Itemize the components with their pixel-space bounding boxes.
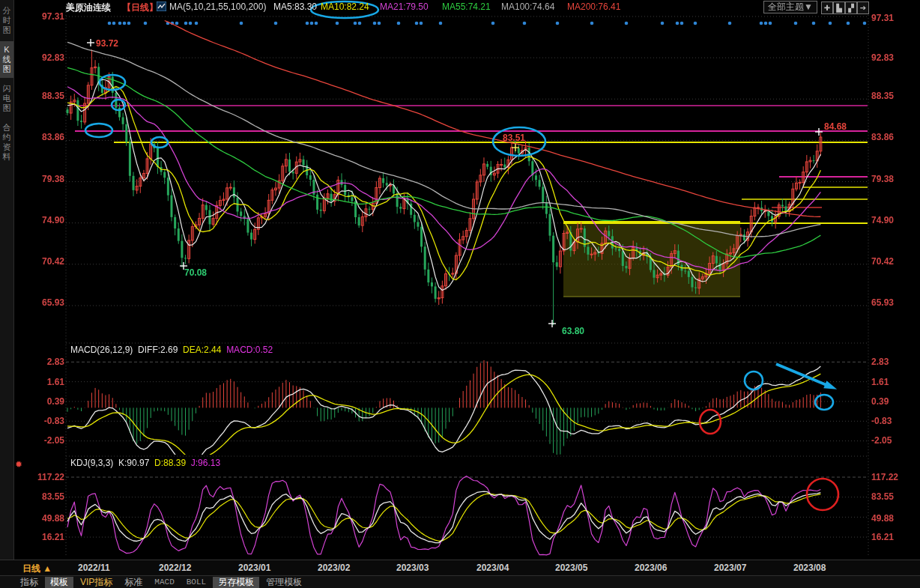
sidebar-item-flash[interactable]: 闪电图 (0, 80, 13, 117)
price-tick: 92.83 (871, 52, 894, 63)
month-label: 2023/02 (318, 563, 350, 573)
price-tick: 74.90 (18, 215, 64, 225)
price-tick: 88.35 (18, 91, 64, 101)
month-label: 2023/08 (793, 563, 826, 573)
annotation-aug-high: 84.68 (824, 121, 847, 132)
month-label: 2023/03 (396, 563, 429, 573)
price-tick: 83.86 (18, 132, 64, 142)
price-tick: 65.93 (871, 297, 894, 308)
tab-template[interactable]: 模板 (45, 577, 73, 588)
header: 美原油连续 【日线】 MA(5,10,21,55,100,200) MA5:83… (15, 0, 920, 14)
ma5-value: MA5:83.30 (273, 1, 317, 12)
price-tick: 79.38 (871, 174, 894, 184)
price-tick: 65.93 (18, 297, 64, 308)
price-tick: 70.42 (18, 256, 64, 267)
macd-header[interactable]: MACD(26,12,9) DIFF:2.69 DEA:2.44 MACD:0.… (70, 345, 273, 355)
kdj-tick: 83.55 (18, 491, 64, 502)
sidebar-item-timeshare[interactable]: 分时图 (0, 2, 13, 39)
price-tick: 92.83 (18, 52, 64, 63)
ma55-value: MA55:74.21 (442, 1, 491, 12)
tab-boll[interactable]: BOLL (181, 577, 211, 588)
ma200-value: MA200:76.41 (567, 1, 620, 12)
sidebar-item-contract-info[interactable]: 合约资料 (0, 119, 13, 166)
macd-tick: 0.39 (18, 396, 64, 407)
macd-tick: -0.83 (871, 416, 892, 426)
pan-icon[interactable]: ✚ (821, 1, 833, 14)
tab-vip-indicator[interactable]: VIP指标 (75, 577, 118, 588)
scale-right-icon[interactable]: ▞ (845, 1, 857, 14)
kdj-tick: 117.22 (18, 472, 64, 482)
kdj-tick: 16.21 (18, 532, 64, 542)
kdj-tick: 49.88 (18, 513, 64, 524)
macd-dea: DEA:2.44 (183, 345, 221, 355)
kdj-tick: 16.21 (871, 532, 894, 542)
tab-indicator[interactable]: 指标 (15, 577, 43, 588)
month-label: 2023/07 (714, 563, 746, 573)
sidebar: 分时图 K线图 闪电图 合约资料 (0, 0, 14, 560)
tab-save-template[interactable]: 另存模板 (213, 577, 259, 588)
price-tick: 74.90 (871, 215, 894, 225)
kdj-k: K:90.97 (118, 458, 149, 468)
period-selector[interactable]: 日线 ▲ (22, 563, 52, 575)
scale-left-icon[interactable]: ▙ (833, 1, 845, 14)
macd-tick: -0.83 (18, 416, 64, 426)
month-label: 2023/01 (238, 563, 270, 573)
tab-standard[interactable]: 标准 (119, 577, 148, 588)
chart-canvas[interactable] (0, 0, 920, 588)
macd-tick: 1.61 (871, 377, 889, 387)
macd-tick: 0.39 (871, 396, 889, 407)
instrument-title: 美原油连续 (66, 1, 111, 14)
macd-diff: DIFF:2.69 (138, 345, 178, 355)
month-label: 2022/11 (78, 563, 110, 573)
price-tick: 79.38 (18, 174, 64, 184)
kdj-j: J:96.13 (191, 458, 220, 468)
month-label: 2022/12 (159, 563, 191, 573)
kline-app: 分时图 K线图 闪电图 合约资料 美原油连续 【日线】 MA(5,10,21,5… (0, 0, 920, 588)
macd-tick: -2.05 (18, 435, 64, 446)
macd-value: MACD:0.52 (226, 345, 273, 355)
kdj-tick: 117.22 (871, 472, 898, 482)
annotation-dec-low: 70.08 (184, 267, 207, 278)
period-tag[interactable]: 【日线】 (122, 1, 158, 14)
indicator-settings-icon[interactable]: ✹ (15, 459, 22, 470)
price-tick: 70.42 (871, 256, 894, 267)
chart-type-icon (157, 1, 166, 13)
kdj-tick: 83.55 (871, 491, 894, 502)
macd-tick: -2.05 (871, 435, 892, 446)
price-tick: 97.31 (871, 13, 894, 23)
kdj-tick: 49.88 (871, 513, 894, 524)
sidebar-item-kline[interactable]: K线图 (0, 41, 13, 78)
macd-tick: 1.61 (18, 377, 64, 387)
ma10-value: MA10:82.24 (321, 1, 369, 12)
macd-tick: 2.83 (18, 357, 64, 367)
tab-macd[interactable]: MACD (149, 577, 179, 588)
bottom-tab-bar: 指标 模板 VIP指标 标准 MACD BOLL 另存模板 管理模板 (0, 575, 920, 588)
shift-right-icon[interactable]: ➔ (857, 1, 869, 14)
kdj-d: D:88.39 (154, 458, 186, 468)
kdj-params: KDJ(9,3,3) (70, 458, 113, 468)
month-label: 2023/06 (635, 563, 667, 573)
kdj-header[interactable]: KDJ(9,3,3) K:90.97 D:88.39 J:96.13 (70, 458, 220, 468)
annotation-may-low: 63.80 (562, 326, 584, 336)
annotation-apr-high: 83.51 (503, 133, 525, 143)
month-label: 2023/05 (555, 563, 587, 573)
x-axis-bar: 日线 ▲ 2022/11 2022/12 2023/01 2023/02 202… (0, 560, 920, 576)
theme-dropdown-button[interactable]: 全部主题▼ (763, 1, 817, 13)
macd-tick: 2.83 (871, 357, 889, 367)
ma-params-label: MA(5,10,21,55,100,200) (169, 1, 266, 12)
ma21-value: MA21:79.50 (380, 1, 429, 12)
tab-manage-template[interactable]: 管理模板 (261, 577, 307, 588)
month-label: 2023/04 (476, 563, 509, 573)
price-tick: 88.35 (871, 91, 894, 101)
macd-params: MACD(26,12,9) (70, 345, 133, 355)
annotation-nov-high: 93.72 (96, 38, 118, 49)
ma100-value: MA100:74.64 (501, 1, 554, 12)
price-tick: 83.86 (871, 132, 894, 142)
